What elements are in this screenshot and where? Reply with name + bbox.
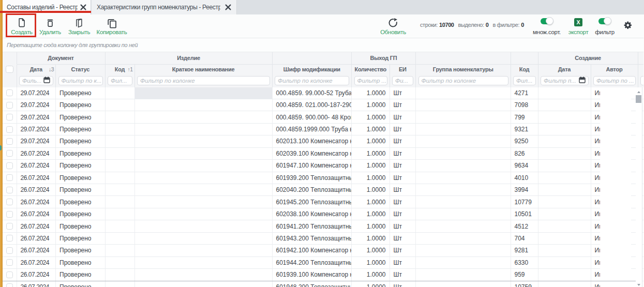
row-checkbox[interactable]	[6, 150, 13, 157]
settings-button[interactable]	[624, 21, 632, 32]
cell-date[interactable]: 26.07.2024	[17, 172, 56, 184]
cell-shifr[interactable]: 000.4859.1999.000 Труба в с	[273, 124, 352, 135]
cell-code[interactable]: 704	[511, 233, 538, 244]
tab-harakteristiki-grupp[interactable]: Характеристики групп номенклатуры - Реес…	[92, 0, 237, 14]
cell-nom_group[interactable]	[416, 220, 511, 232]
row-checkbox[interactable]	[6, 174, 13, 181]
cell-shifr[interactable]: 602013.100 Компенсатор ко	[273, 135, 352, 147]
scroll-down-arrow-icon[interactable]	[637, 284, 640, 286]
filter-input-shifr[interactable]: Фильтр по колонке	[275, 76, 349, 85]
cell-item_code[interactable]	[106, 220, 135, 232]
cell-short_name[interactable]	[135, 99, 273, 111]
cell-shifr[interactable]: 000.4859. 900.000- 48 Кронш	[273, 111, 352, 123]
cell-unit[interactable]: Шт	[390, 233, 416, 244]
table-row[interactable]: 26.07.2024Проверено601944.200 Теплозащит…	[3, 257, 643, 269]
close-button[interactable]: Закрыть	[64, 14, 95, 38]
cell-qty[interactable]: 1.0000	[352, 172, 390, 184]
cell-nom_group[interactable]	[416, 281, 511, 287]
row-checkbox[interactable]	[6, 283, 13, 287]
cell-nom_group[interactable]	[416, 184, 511, 195]
cell-qty[interactable]: 1.0000	[352, 111, 390, 123]
cell-short_name[interactable]	[135, 245, 273, 256]
filter-input-qty[interactable]: Фильтр ...	[354, 76, 387, 85]
cell-status[interactable]: Проверено	[56, 148, 106, 159]
cell-date[interactable]: 26.07.2024	[17, 233, 56, 244]
table-row[interactable]: 26.07.2024Проверено601939.200 Теплозащит…	[3, 172, 643, 184]
cell-item_code[interactable]	[106, 196, 135, 207]
table-row[interactable]: 29.07.2024Проверено000.4859. 021.000-187…	[3, 99, 643, 111]
cell-created_date[interactable]	[538, 111, 591, 123]
column-header-author[interactable]: Автор	[591, 65, 638, 74]
cell-item_code[interactable]	[106, 148, 135, 159]
filter-input-date[interactable]: Филь...	[19, 76, 53, 85]
scroll-up-arrow-icon[interactable]	[637, 91, 640, 93]
cell-item_code[interactable]	[106, 124, 135, 135]
table-row[interactable]: 29.07.2024Проверено000.4859.1999.000 Тру…	[3, 124, 643, 135]
cell-shifr[interactable]: 601939.200 Теплозащитный	[273, 172, 352, 184]
cell-date[interactable]: 29.07.2024	[17, 124, 56, 135]
column-header-date[interactable]: Дата↓3	[17, 65, 56, 74]
cell-date[interactable]: 29.07.2024	[17, 111, 56, 123]
cell-status[interactable]: Проверено	[56, 111, 106, 123]
cell-created_date[interactable]	[538, 135, 591, 147]
column-header-unit[interactable]: ЕИ	[390, 65, 416, 74]
filter-input-item_code[interactable]: Фил...	[108, 76, 132, 85]
cell-unit[interactable]: Шт	[390, 220, 416, 232]
cell-qty[interactable]: 1.0000	[352, 87, 390, 99]
cell-unit[interactable]: Шт	[390, 135, 416, 147]
cell-status[interactable]: Проверено	[56, 124, 106, 135]
left-edge-panel-handle[interactable]	[0, 145, 2, 150]
cell-created_date[interactable]	[538, 208, 591, 220]
cell-date[interactable]: 26.07.2024	[17, 245, 56, 256]
column-header-item_code[interactable]: Код↑1	[106, 65, 135, 74]
table-row[interactable]: 26.07.2024Проверено601942.100 Компенсато…	[3, 245, 643, 256]
cell-short_name[interactable]	[135, 87, 273, 99]
cell-shifr[interactable]: 601943.200 Теплозащитный	[273, 233, 352, 244]
row-checkbox[interactable]	[6, 259, 13, 266]
filter-input-partial[interactable]	[640, 76, 643, 85]
cell-date[interactable]: 26.07.2024	[17, 184, 56, 195]
cell-created_date[interactable]	[538, 184, 591, 195]
cell-code[interactable]: 9281	[511, 245, 538, 256]
create-button[interactable]: Создать	[6, 14, 37, 38]
cell-qty[interactable]: 1.0000	[352, 184, 390, 195]
cell-shifr[interactable]: 000.4859. 99.000-52 Труба	[273, 87, 352, 99]
cell-short_name[interactable]	[135, 124, 273, 135]
cell-nom_group[interactable]	[416, 269, 511, 280]
row-checkbox[interactable]	[6, 138, 13, 145]
cell-unit[interactable]: Шт	[390, 257, 416, 268]
cell-code[interactable]: 10501	[511, 208, 538, 220]
cell-qty[interactable]: 1.0000	[352, 148, 390, 159]
filter-input-code[interactable]: Фил...	[513, 76, 536, 85]
cell-status[interactable]: Проверено	[56, 220, 106, 232]
cell-item_code[interactable]	[106, 269, 135, 280]
table-row[interactable]: 29.07.2024Проверено000.4859. 99.000-52 Т…	[3, 87, 643, 99]
row-checkbox[interactable]	[6, 187, 13, 193]
cell-code[interactable]: 826	[511, 148, 538, 159]
cell-nom_group[interactable]	[416, 160, 511, 171]
cell-code[interactable]: 9321	[511, 124, 538, 135]
column-header-status[interactable]: Статус	[56, 65, 106, 74]
cell-status[interactable]: Проверено	[56, 196, 106, 207]
cell-item_code[interactable]	[106, 99, 135, 111]
cell-short_name[interactable]	[135, 233, 273, 244]
cell-qty[interactable]: 1.0000	[352, 160, 390, 171]
column-group-6[interactable]: Создание	[538, 52, 638, 65]
cell-item_code[interactable]	[106, 160, 135, 171]
vertical-scrollbar[interactable]	[636, 87, 642, 287]
select-all-checkbox[interactable]	[6, 66, 13, 73]
cell-created_date[interactable]	[538, 87, 591, 99]
cell-item_code[interactable]	[106, 87, 135, 99]
cell-status[interactable]: Проверено	[56, 184, 106, 195]
cell-status[interactable]: Проверено	[56, 99, 106, 111]
cell-created_date[interactable]	[538, 160, 591, 171]
cell-item_code[interactable]	[106, 257, 135, 268]
cell-status[interactable]: Проверено	[56, 269, 106, 280]
tab-close-icon[interactable]	[80, 4, 86, 10]
cell-shifr[interactable]: 602038.100 Компенсатор ко	[273, 208, 352, 220]
export-button[interactable]: X экспорт	[567, 14, 589, 38]
cell-shifr[interactable]: 601939.100 Компенсатор ко	[273, 269, 352, 280]
cell-short_name[interactable]	[135, 281, 273, 287]
cell-item_code[interactable]	[106, 233, 135, 244]
row-checkbox[interactable]	[6, 126, 13, 133]
